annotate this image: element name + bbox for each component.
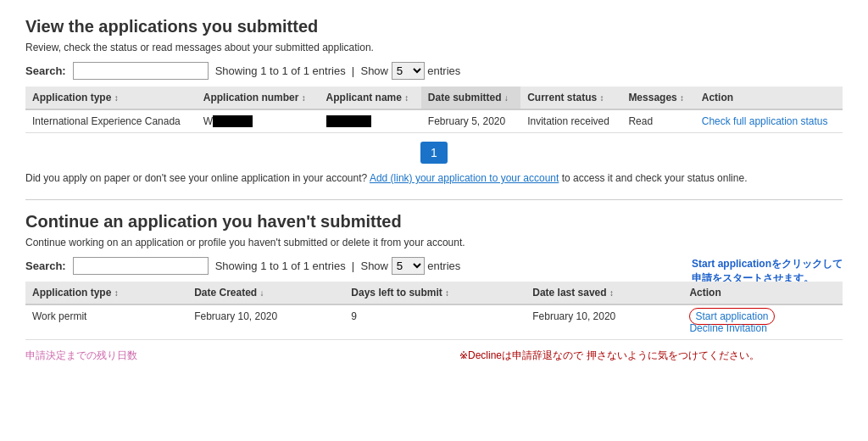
add-link-suffix: to access it and check your status onlin…: [562, 172, 748, 184]
cell-date-submitted: February 5, 2020: [421, 109, 520, 133]
entries2-label: entries: [427, 260, 460, 272]
search2-label: Search:: [25, 260, 66, 272]
cell2-app-type: Work permit: [25, 304, 187, 340]
entries1-showing: Showing 1 to 1 of 1 entries: [215, 64, 346, 77]
col-current-status[interactable]: Current status ↕: [520, 87, 621, 109]
show1-label: Show: [360, 64, 388, 77]
cell-current-status: Invitation received: [520, 109, 621, 133]
table-row: International Experience Canada W Februa…: [25, 109, 843, 133]
section2-title: Continue an application you haven't subm…: [25, 212, 843, 232]
col2-app-type[interactable]: Application type ↕: [25, 282, 187, 304]
sort-icon2-days-left: ↕: [445, 288, 449, 298]
applicant-name-redacted: [326, 115, 371, 127]
submitted-apps-table: Application type ↕ Application number ↕ …: [25, 87, 843, 133]
col-action: Action: [695, 87, 843, 109]
page1-button[interactable]: 1: [420, 142, 448, 164]
section1-subtitle: Review, check the status or read message…: [25, 42, 843, 53]
entries1-label: entries: [427, 64, 460, 77]
add-link-note: Did you apply on paper or don't see your…: [25, 172, 843, 184]
sort-icon-messages: ↕: [680, 93, 684, 103]
col-app-type[interactable]: Application type ↕: [25, 87, 197, 109]
section2-subtitle: Continue working on an application or pr…: [25, 237, 843, 248]
sort-icon-current-status: ↕: [600, 93, 604, 103]
red-warning-suffix: 押さないように気をつけてください。: [587, 349, 760, 361]
days-left-value: 9: [351, 310, 357, 322]
app-number-prefix: W: [203, 115, 213, 127]
cell2-date-created: February 10, 2020: [187, 304, 344, 340]
search1-label: Search:: [25, 64, 66, 77]
sort-icon-app-type: ↕: [114, 93, 119, 103]
search1-input[interactable]: [73, 62, 209, 80]
col-messages[interactable]: Messages ↕: [621, 87, 694, 109]
entries2-showing: Showing 1 to 1 of 1 entries: [215, 260, 346, 272]
col2-days-left[interactable]: Days left to submit ↕: [344, 282, 526, 304]
col2-action: Action: [682, 282, 843, 304]
cell-applicant-name: [320, 109, 421, 133]
cell2-days-left: 9: [344, 304, 526, 340]
add-link-anchor[interactable]: Add (link) your application to your acco…: [370, 172, 559, 184]
cell-messages: Read: [621, 109, 694, 133]
section-divider: [25, 199, 843, 200]
pink-note: 申請決定までの残り日数: [25, 349, 137, 363]
col2-date-last-saved[interactable]: Date last saved ↕: [526, 282, 682, 304]
sort-icon-date-submitted: ↓: [504, 93, 509, 103]
cell-action: Check full application status: [695, 109, 843, 133]
search2-input[interactable]: [73, 257, 209, 275]
show1-select[interactable]: 5 10 25: [392, 62, 425, 80]
col2-date-created[interactable]: Date Created ↓: [187, 282, 344, 304]
col-app-number[interactable]: Application number ↕: [197, 87, 320, 109]
app-number-redacted: [213, 115, 253, 127]
sort-icon2-date-created: ↓: [260, 288, 264, 298]
cell2-date-last-saved: February 10, 2020: [526, 304, 682, 340]
cell-app-number: W: [197, 109, 320, 133]
col-applicant-name[interactable]: Applicant name ↕: [320, 87, 421, 109]
show2-select[interactable]: 5 10 25: [392, 257, 425, 275]
annotation-line1: Start applicationをクリックして: [692, 258, 843, 270]
entries1-info: Showing 1 to 1 of 1 entries | Show 5 10 …: [215, 62, 461, 80]
table-row2: Work permit February 10, 2020 9 February…: [25, 304, 843, 340]
red-warning-prefix: ※Declineは申請辞退なので: [459, 349, 583, 361]
sort-icon2-date-last-saved: ↕: [609, 288, 614, 298]
add-link-text: Did you apply on paper or don't see your…: [25, 172, 367, 184]
entries2-info: Showing 1 to 1 of 1 entries | Show 5 10 …: [215, 257, 461, 275]
unsubmitted-apps-table: Application type ↕ Date Created ↓ Days l…: [25, 282, 843, 340]
section1-title: View the applications you submitted: [25, 17, 843, 36]
col-date-submitted[interactable]: Date submitted ↓: [421, 87, 520, 109]
sort-icon-applicant-name: ↕: [404, 93, 409, 103]
cell2-action: Start application Decline Invitation: [682, 304, 843, 340]
sort-icon-app-number: ↕: [302, 93, 306, 103]
decline-invitation-link[interactable]: Decline Invitation: [689, 322, 766, 334]
cell-app-type: International Experience Canada: [25, 109, 197, 133]
sort-icon2-app-type: ↕: [114, 288, 119, 298]
check-status-link[interactable]: Check full application status: [702, 115, 828, 127]
show2-label: Show: [360, 260, 388, 272]
